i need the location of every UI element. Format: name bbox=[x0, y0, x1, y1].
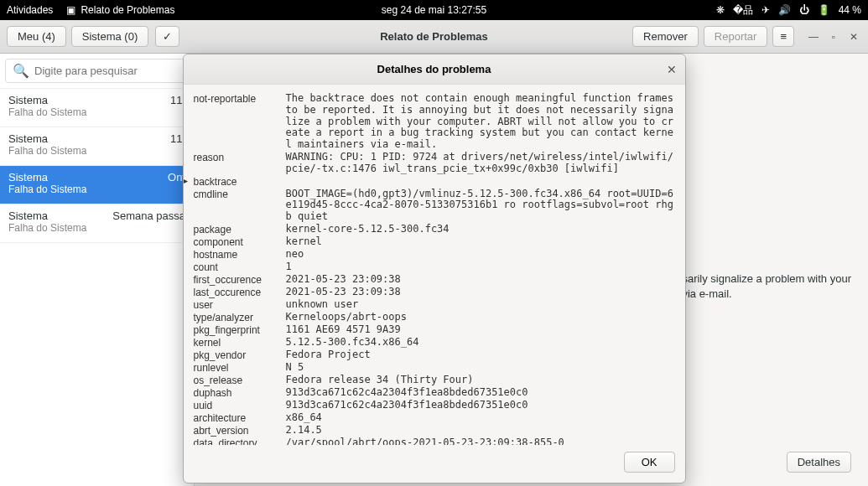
detail-row: architecturex86_64 bbox=[194, 412, 675, 424]
detail-row: duphash913d3ca671c62c4a2304f3f1ea8bded67… bbox=[194, 387, 675, 399]
detail-key: type/analyzer bbox=[194, 312, 286, 323]
detail-row: pkg_vendorFedora Project bbox=[194, 349, 675, 361]
detail-value: 1161 AE69 4571 9A39 bbox=[286, 324, 675, 336]
detail-row: componentkernel bbox=[194, 236, 675, 248]
app-menu[interactable]: ▣ Relato de Problemas bbox=[66, 4, 174, 16]
detail-value: unknown user bbox=[286, 299, 675, 311]
detail-value: kernel bbox=[286, 236, 675, 248]
detail-key: count bbox=[194, 261, 286, 273]
detail-key: cmdline bbox=[194, 189, 286, 200]
detail-key: duphash bbox=[194, 387, 286, 399]
detail-row: last_occurence2021-05-23 23:09:38 bbox=[194, 287, 675, 298]
detail-value: 1 bbox=[286, 261, 675, 273]
detail-value: 913d3ca671c62c4a2304f3f1ea8bded67351e0c0 bbox=[286, 400, 675, 411]
detail-value: 2021-05-23 23:09:38 bbox=[286, 287, 675, 298]
detail-row: userunknown user bbox=[194, 299, 675, 311]
detail-key: architecture bbox=[194, 412, 286, 424]
detail-row: runlevelN 5 bbox=[194, 362, 675, 374]
battery-icon[interactable]: 🔋 bbox=[818, 4, 830, 16]
detail-row: pkg_fingerprint1161 AE69 4571 9A39 bbox=[194, 324, 675, 336]
detail-row: backtrace bbox=[194, 176, 675, 188]
detail-row: kernel5.12.5-300.fc34.x86_64 bbox=[194, 337, 675, 349]
detail-value: BOOT_IMAGE=(hd0,gpt3)/vmlinuz-5.12.5-300… bbox=[286, 189, 675, 223]
detail-row: not-reportableThe backtrace does not con… bbox=[194, 93, 675, 151]
activities-button[interactable]: Atividades bbox=[7, 4, 53, 16]
detail-key: uuid bbox=[194, 400, 286, 411]
detail-key: abrt_version bbox=[194, 425, 286, 437]
detail-key: reason bbox=[194, 152, 286, 163]
detail-value: 5.12.5-300.fc34.x86_64 bbox=[286, 337, 675, 349]
detail-value: 2.14.5 bbox=[286, 425, 675, 437]
detail-value: Kerneloops/abrt-oops bbox=[286, 312, 675, 323]
problem-details-dialog: Detalhes do problema ✕ not-reportableThe… bbox=[183, 54, 686, 483]
detail-value: neo bbox=[286, 249, 675, 261]
dialog-close-button[interactable]: ✕ bbox=[667, 63, 677, 76]
detail-row: count1 bbox=[194, 261, 675, 273]
network-icon[interactable]: �品 bbox=[733, 3, 753, 18]
detail-key: package bbox=[194, 224, 286, 235]
dialog-backdrop: Detalhes do problema ✕ not-reportableThe… bbox=[0, 20, 868, 486]
detail-value: x86_64 bbox=[286, 412, 675, 424]
detail-key: last_occurence bbox=[194, 287, 286, 298]
clock[interactable]: seg 24 de mai 13:27:55 bbox=[382, 4, 486, 16]
detail-key[interactable]: backtrace bbox=[194, 176, 286, 188]
battery-percent: 44 % bbox=[839, 4, 861, 16]
detail-key: hostname bbox=[194, 249, 286, 261]
ok-button[interactable]: OK bbox=[624, 452, 675, 473]
detail-value: Fedora Project bbox=[286, 349, 675, 361]
detail-key: pkg_vendor bbox=[194, 349, 286, 361]
detail-key: data_directory bbox=[194, 437, 286, 445]
detail-row: cmdlineBOOT_IMAGE=(hd0,gpt3)/vmlinuz-5.1… bbox=[194, 189, 675, 223]
power-icon[interactable]: ⏻ bbox=[799, 4, 809, 16]
settings-icon[interactable]: ❋ bbox=[716, 4, 725, 16]
app-icon: ▣ bbox=[66, 4, 75, 16]
detail-key: not-reportable bbox=[194, 93, 286, 105]
detail-value: 2021-05-23 23:09:38 bbox=[286, 274, 675, 286]
detail-key: first_occurence bbox=[194, 274, 286, 286]
detail-value: N 5 bbox=[286, 362, 675, 374]
app-name: Relato de Problemas bbox=[81, 4, 174, 16]
detail-value: 913d3ca671c62c4a2304f3f1ea8bded67351e0c0 bbox=[286, 387, 675, 399]
detail-row: hostnameneo bbox=[194, 249, 675, 261]
detail-key: user bbox=[194, 299, 286, 311]
dialog-title: Detalhes do problema bbox=[377, 63, 491, 75]
airplane-icon[interactable]: ✈ bbox=[761, 4, 770, 16]
dialog-body: not-reportableThe backtrace does not con… bbox=[184, 85, 685, 445]
detail-value: /var/spool/abrt/oops-2021-05-23-23:09:38… bbox=[286, 437, 675, 445]
detail-key: runlevel bbox=[194, 362, 286, 374]
detail-row: os_releaseFedora release 34 (Thirty Four… bbox=[194, 375, 675, 386]
detail-key: component bbox=[194, 236, 286, 248]
gnome-topbar: Atividades ▣ Relato de Problemas seg 24 … bbox=[0, 0, 868, 20]
detail-row: data_directory/var/spool/abrt/oops-2021-… bbox=[194, 437, 675, 445]
detail-value: The backtrace does not contain enough me… bbox=[286, 93, 675, 151]
detail-row: reasonWARNING: CPU: 1 PID: 9724 at drive… bbox=[194, 152, 675, 175]
detail-row: first_occurence2021-05-23 23:09:38 bbox=[194, 274, 675, 286]
detail-key: os_release bbox=[194, 375, 286, 386]
detail-row: abrt_version2.14.5 bbox=[194, 425, 675, 437]
detail-key: pkg_fingerprint bbox=[194, 324, 286, 336]
detail-value: WARNING: CPU: 1 PID: 9724 at drivers/net… bbox=[286, 152, 675, 175]
detail-value: kernel-core-5.12.5-300.fc34 bbox=[286, 224, 675, 235]
detail-value: Fedora release 34 (Thirty Four) bbox=[286, 375, 675, 386]
detail-row: packagekernel-core-5.12.5-300.fc34 bbox=[194, 224, 675, 235]
detail-key: kernel bbox=[194, 337, 286, 349]
detail-row: type/analyzerKerneloops/abrt-oops bbox=[194, 312, 675, 323]
volume-icon[interactable]: 🔊 bbox=[778, 4, 791, 16]
detail-row: uuid913d3ca671c62c4a2304f3f1ea8bded67351… bbox=[194, 400, 675, 411]
